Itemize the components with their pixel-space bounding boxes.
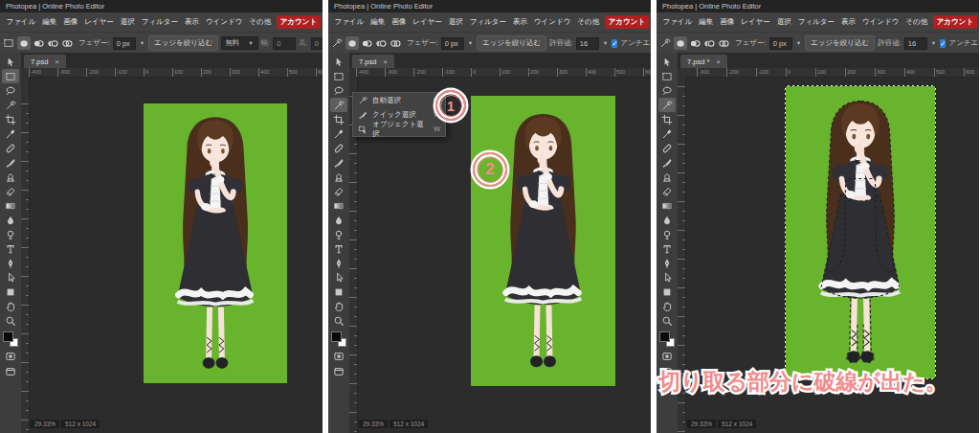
zoom-level[interactable]: 29.33% (31, 420, 59, 428)
color-swatches[interactable] (331, 331, 346, 347)
antialias-checkbox[interactable]: ✓ (940, 39, 946, 48)
hand-tool[interactable] (330, 299, 347, 313)
feather-input[interactable]: 0 px (441, 37, 464, 50)
color-swatches[interactable] (659, 331, 675, 347)
account-button[interactable]: アカウント (933, 15, 977, 29)
menu-item-file[interactable]: ファイル (331, 17, 368, 27)
tab-close-icon[interactable]: × (716, 57, 721, 66)
menu-item-select[interactable]: 選択 (445, 17, 466, 27)
menu-item-view[interactable]: 表示 (837, 17, 858, 27)
menu-item-image[interactable]: 画像 (60, 17, 81, 27)
zoom-tool[interactable] (330, 313, 347, 328)
feather-input[interactable]: 0 px (769, 37, 792, 50)
type-tool[interactable] (658, 241, 676, 256)
shape-tool[interactable] (330, 285, 347, 299)
crop-tool[interactable] (2, 112, 19, 126)
pen-tool[interactable] (2, 256, 19, 270)
marquee-tool[interactable] (330, 69, 347, 83)
menu-item-filter[interactable]: フィルター (794, 17, 837, 27)
menu-item-file[interactable]: ファイル (3, 17, 39, 27)
subtract-selection-mode-icon[interactable] (46, 36, 59, 50)
menu-item-image[interactable]: 画像 (389, 17, 410, 27)
menu-item-more[interactable]: その他 (574, 17, 603, 27)
crop-tool[interactable] (658, 112, 676, 126)
foreground-color-swatch[interactable] (331, 331, 342, 342)
menu-item-view[interactable]: 表示 (509, 17, 530, 27)
quick-mask-button[interactable] (659, 351, 675, 362)
color-swatches[interactable] (3, 331, 18, 347)
move-tool[interactable] (2, 55, 19, 69)
menu-item-file[interactable]: ファイル (659, 17, 696, 27)
menu-item-window[interactable]: ウインドウ (530, 17, 573, 27)
feather-caret-icon[interactable]: ▼ (467, 40, 474, 46)
hand-tool[interactable] (2, 299, 19, 313)
heal-tool[interactable] (2, 141, 19, 155)
account-button[interactable]: アカウント (605, 15, 649, 29)
zoom-tool[interactable] (658, 313, 676, 328)
refine-edge-button[interactable]: エッジを絞り込む (148, 35, 218, 51)
clone-stamp-tool[interactable] (2, 170, 19, 184)
tab-close-icon[interactable]: × (55, 57, 59, 66)
magic-wand-tool[interactable] (2, 98, 19, 112)
menu-item-image[interactable]: 画像 (717, 17, 738, 27)
eraser-tool[interactable] (658, 184, 676, 198)
feather-caret-icon[interactable]: ▼ (795, 40, 802, 46)
add-selection-mode-icon[interactable] (688, 36, 702, 50)
menu-item-filter[interactable]: フィルター (466, 17, 509, 27)
intersect-selection-mode-icon[interactable] (389, 36, 402, 50)
menu-item-magic-wand[interactable]: 自動選択W (353, 93, 445, 107)
magic-wand-tool[interactable] (658, 98, 676, 112)
dodge-tool[interactable] (658, 227, 676, 241)
tolerance-input[interactable]: 16 (576, 37, 599, 50)
eyedropper-tool[interactable] (658, 126, 676, 141)
screen-mode-button[interactable] (3, 366, 18, 377)
tab-close-icon[interactable]: × (383, 57, 388, 66)
new-selection-mode-icon[interactable] (345, 36, 359, 50)
style-select[interactable]: 無料 ▼ (221, 36, 257, 50)
foreground-color-swatch[interactable] (3, 331, 13, 342)
lasso-tool[interactable] (330, 83, 347, 98)
heal-tool[interactable] (330, 141, 347, 155)
lasso-tool[interactable] (2, 83, 19, 98)
eraser-tool[interactable] (2, 184, 19, 198)
clone-stamp-tool[interactable] (330, 170, 347, 184)
document-tab[interactable]: 7.psd × (352, 55, 394, 68)
menu-item-view[interactable]: 表示 (181, 17, 202, 27)
zoom-level[interactable]: 29.33% (687, 420, 716, 428)
blur-tool[interactable] (330, 213, 347, 227)
dodge-tool[interactable] (2, 227, 19, 241)
menu-item-more[interactable]: その他 (246, 17, 275, 27)
menu-item-edit[interactable]: 編集 (39, 17, 60, 27)
path-select-tool[interactable] (330, 270, 347, 285)
eyedropper-tool[interactable] (330, 126, 347, 141)
type-tool[interactable] (330, 241, 347, 256)
screen-mode-button[interactable] (331, 366, 346, 377)
document-tab[interactable]: 7.psd × (24, 55, 66, 68)
magic-wand-tool[interactable] (330, 98, 347, 112)
blur-tool[interactable] (2, 213, 19, 227)
quick-mask-button[interactable] (331, 351, 346, 362)
menu-item-layer[interactable]: レイヤー (738, 17, 774, 27)
feather-input[interactable]: 0 px (113, 37, 136, 50)
type-tool[interactable] (2, 241, 19, 256)
intersect-selection-mode-icon[interactable] (60, 36, 74, 50)
brush-tool[interactable] (658, 155, 676, 170)
menu-item-layer[interactable]: レイヤー (410, 17, 446, 27)
refine-edge-button[interactable]: エッジを絞り込む (805, 35, 875, 51)
refine-edge-button[interactable]: エッジを絞り込む (477, 35, 546, 51)
gradient-tool[interactable] (658, 198, 676, 213)
clone-stamp-tool[interactable] (658, 170, 676, 184)
move-tool[interactable] (330, 55, 347, 69)
menu-item-edit[interactable]: 編集 (368, 17, 389, 27)
document-canvas[interactable] (471, 96, 615, 386)
add-selection-mode-icon[interactable] (32, 36, 45, 50)
tolerance-caret-icon[interactable]: ▼ (930, 40, 937, 46)
intersect-selection-mode-icon[interactable] (717, 36, 730, 50)
zoom-level[interactable]: 29.33% (359, 420, 388, 428)
menu-item-object-selection[interactable]: オブジェクト選択W (353, 122, 445, 136)
tolerance-caret-icon[interactable]: ▼ (602, 40, 609, 46)
new-selection-mode-icon[interactable] (674, 36, 687, 50)
width-input[interactable]: 0 (273, 37, 296, 50)
document-canvas-with-selection[interactable] (786, 86, 935, 378)
menu-item-select[interactable]: 選択 (773, 17, 794, 27)
